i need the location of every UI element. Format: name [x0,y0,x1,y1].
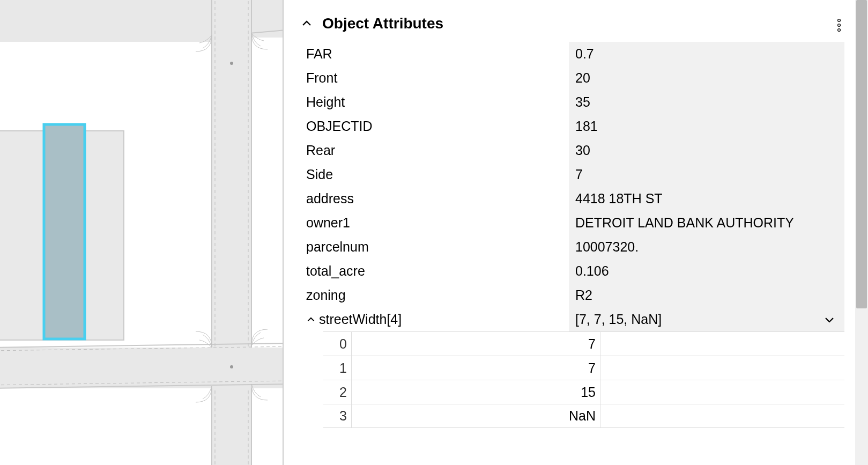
viewport-3d[interactable] [0,0,283,465]
svg-point-6 [230,365,233,368]
attribute-label: address [300,187,569,211]
array-pad [600,380,844,404]
section-title: Object Attributes [322,15,443,32]
attribute-label: total_acre [300,259,569,283]
attribute-row: parcelnum 10007320. [300,235,852,259]
attribute-row: OBJECTID 181 [300,114,852,138]
array-value[interactable]: 7 [351,331,600,356]
attribute-value[interactable]: [7, 7, 15, NaN] [569,307,844,331]
attribute-value[interactable]: 0.7 [569,42,844,66]
array-item: 1 7 [323,356,844,380]
attribute-value[interactable]: 10007320. [569,235,844,259]
attribute-row: total_acre 0.106 [300,259,852,283]
section-header-object-attributes[interactable]: Object Attributes [284,10,852,42]
attribute-value[interactable]: R2 [569,283,844,307]
chevron-down-icon[interactable] [823,313,836,326]
attribute-label[interactable]: streetWidth[4] [300,307,569,331]
attribute-label: zoning [300,283,569,307]
array-value[interactable]: NaN [351,404,600,428]
array-item: 2 15 [323,380,844,404]
attribute-row: Height 35 [300,90,852,114]
scrollbar[interactable] [855,0,868,465]
attributes-list: FAR 0.7 Front 20 Height 35 OBJECTID 181 … [284,42,852,428]
array-item: 0 7 [323,331,844,356]
array-item: 3 NaN [323,404,844,428]
attribute-value[interactable]: 30 [569,138,844,163]
array-index: 3 [323,404,351,428]
attribute-value[interactable]: 20 [569,66,844,90]
array-value[interactable]: 7 [351,356,600,380]
svg-point-11 [838,29,841,32]
attribute-label: Height [300,90,569,114]
attribute-value-text: [7, 7, 15, NaN] [575,312,662,327]
chevron-up-icon [306,315,316,324]
array-value[interactable]: 15 [351,380,600,404]
attribute-row-array: streetWidth[4] [7, 7, 15, NaN] [300,307,852,331]
attribute-label: Front [300,66,569,90]
svg-rect-4 [0,348,283,388]
array-pad [600,331,844,356]
viewport-road [212,0,251,465]
array-index: 0 [323,331,351,356]
attribute-value[interactable]: 4418 18TH ST [569,187,844,211]
attribute-value[interactable]: 7 [569,163,844,187]
attribute-row: Side 7 [300,163,852,187]
svg-rect-1 [0,0,212,42]
attribute-row: owner1 DETROIT LAND BANK AUTHORITY [300,211,852,235]
attribute-row: address 4418 18TH ST [300,187,852,211]
attribute-value[interactable]: DETROIT LAND BANK AUTHORITY [569,211,844,235]
attribute-value[interactable]: 0.106 [569,259,844,283]
attribute-row: FAR 0.7 [300,42,852,66]
attribute-row: Rear 30 [300,138,852,163]
attribute-label: Side [300,163,569,187]
attribute-value[interactable]: 35 [569,90,844,114]
svg-point-5 [230,62,233,65]
viewport-selected-parcel[interactable] [44,124,85,339]
array-index: 2 [323,380,351,404]
attribute-row: Front 20 [300,66,852,90]
svg-rect-3 [212,0,251,465]
array-index: 1 [323,356,351,380]
attribute-label: Rear [300,138,569,163]
array-items: 0 7 1 7 2 15 3 [323,331,844,428]
attribute-label: parcelnum [300,235,569,259]
svg-point-10 [838,24,841,27]
attribute-row: zoning R2 [300,283,852,307]
attribute-label: OBJECTID [300,114,569,138]
scrollbar-thumb[interactable] [856,0,867,308]
svg-point-9 [838,19,841,22]
chevron-up-icon [301,18,313,29]
attribute-label: owner1 [300,211,569,235]
array-pad [600,404,844,428]
kebab-menu-icon[interactable] [834,17,844,33]
attribute-value[interactable]: 181 [569,114,844,138]
attribute-label-text: streetWidth[4] [319,312,402,327]
attribute-label: FAR [300,42,569,66]
inspector-panel: Object Attributes FAR 0.7 Front 20 [284,0,868,465]
viewport-road [0,343,283,388]
array-pad [600,356,844,380]
svg-rect-8 [44,124,85,339]
